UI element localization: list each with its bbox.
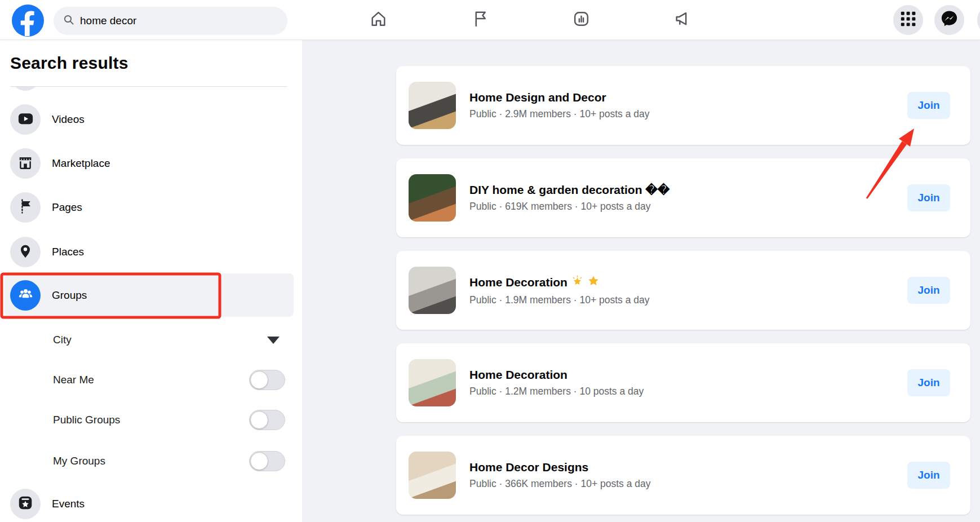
sidebar-filter-label: Pages	[52, 201, 82, 214]
group-subfilter-label: Near Me	[53, 374, 94, 386]
group-title-text: Home Design and Decor	[469, 91, 606, 104]
search-bar	[54, 7, 287, 35]
nav-tab-home[interactable]	[342, 0, 415, 40]
sidebar-filter-label: Groups	[52, 289, 87, 302]
sidebar-item-marketplace[interactable]: Marketplace	[0, 141, 302, 185]
megaphone-icon	[673, 10, 692, 30]
location-pin-icon	[17, 242, 34, 262]
nav-tab-megaphone[interactable]	[646, 0, 719, 40]
nav-tabs	[342, 0, 719, 40]
group-title[interactable]: DIY home & garden decoration ��	[469, 183, 907, 197]
apps-grid-icon	[900, 11, 916, 29]
glowing-star-emoji	[571, 275, 583, 290]
page-title: Search results	[10, 54, 128, 73]
group-title-text: Home Decor Designs	[469, 461, 588, 474]
group-meta: Public · 619K members · 10+ posts a day	[469, 201, 907, 213]
search-filters-sidebar: Search results Videos Marketplace Pages …	[0, 40, 302, 522]
toggle-knob	[250, 371, 268, 389]
pages-flag-icon	[471, 10, 489, 30]
group-meta: Public · 2.9M members · 10+ posts a day	[469, 108, 907, 120]
group-subfilter-label: City	[53, 334, 72, 346]
star-emoji	[587, 275, 600, 290]
toggle-knob	[250, 452, 268, 470]
bar-chart-square-icon	[572, 10, 591, 30]
public-groups-toggle[interactable]	[249, 410, 285, 430]
join-button[interactable]: Join	[907, 277, 950, 304]
storefront-icon-circle	[10, 148, 41, 179]
group-result-card[interactable]: Home Decoration Public · 1.2M members · …	[396, 343, 970, 422]
group-title-text: DIY home & garden decoration ��	[469, 183, 669, 197]
join-button[interactable]: Join	[907, 184, 950, 211]
join-button[interactable]: Join	[907, 92, 950, 119]
sidebar-filter-label: Marketplace	[52, 157, 110, 170]
group-meta: Public · 366K members · 10+ posts a day	[469, 478, 907, 490]
search-icon	[63, 14, 74, 28]
star-calendar-icon	[17, 494, 34, 514]
sidebar-item-places[interactable]: Places	[0, 230, 302, 274]
toggle-knob	[250, 411, 268, 429]
group-result-card[interactable]: DIY home & garden decoration �� Public ·…	[396, 158, 970, 237]
divider	[10, 86, 287, 87]
join-button[interactable]: Join	[907, 369, 950, 396]
group-title-text: Home Decoration	[469, 276, 567, 289]
video-play-icon-circle	[10, 104, 41, 135]
people-icon	[17, 285, 34, 305]
messenger-button[interactable]	[934, 5, 964, 35]
near-me-toggle[interactable]	[249, 370, 285, 390]
top-navigation-bar	[0, 0, 980, 40]
group-title[interactable]: Home Design and Decor	[469, 91, 907, 104]
group-meta: Public · 1.2M members · 10 posts a day	[469, 386, 907, 397]
subfilter-near-me: Near Me	[0, 360, 302, 400]
flag-icon-circle	[10, 192, 41, 223]
sidebar-item-videos[interactable]: Videos	[0, 98, 302, 141]
my-groups-toggle[interactable]	[249, 451, 285, 471]
nav-tab-bar-chart-square[interactable]	[544, 0, 618, 40]
sidebar-item-pages[interactable]: Pages	[0, 185, 302, 229]
group-thumbnail[interactable]	[409, 174, 456, 222]
group-result-card[interactable]: Home Decor Designs Public · 366K members…	[396, 436, 970, 515]
sidebar-filter-label: Events	[52, 498, 85, 510]
home-icon	[369, 10, 388, 30]
nav-tab-pages-flag[interactable]	[443, 0, 516, 40]
chevron-down-icon[interactable]	[267, 337, 280, 344]
group-title[interactable]: Home Decoration	[469, 275, 907, 290]
group-subfilter-label: My Groups	[53, 455, 105, 467]
group-title[interactable]: Home Decor Designs	[469, 461, 907, 474]
group-meta: Public · 1.9M members · 10+ posts a day	[469, 294, 907, 306]
group-result-card[interactable]: Home Design and Decor Public · 2.9M memb…	[396, 66, 970, 145]
sidebar-filter-label: Places	[52, 246, 84, 258]
group-thumbnail[interactable]	[409, 359, 456, 406]
facebook-logo[interactable]	[12, 5, 44, 37]
group-result-card[interactable]: Home Decoration Public · 1.9M members · …	[396, 251, 970, 330]
group-results-list: Home Design and Decor Public · 2.9M memb…	[396, 40, 970, 522]
group-title-text: Home Decoration	[469, 368, 567, 382]
messenger-icon	[939, 9, 959, 31]
cut-off-profile-button[interactable]	[977, 5, 980, 35]
sidebar-filter-label: Videos	[52, 113, 85, 126]
group-title[interactable]: Home Decoration	[469, 368, 907, 382]
facebook-search-page: Search results Videos Marketplace Pages …	[0, 0, 980, 522]
flag-icon	[17, 198, 34, 217]
group-thumbnail[interactable]	[409, 82, 456, 129]
star-calendar-icon-circle	[10, 489, 41, 519]
sidebar-item-groups[interactable]: Groups	[5, 273, 294, 317]
search-input[interactable]	[80, 15, 266, 27]
group-thumbnail[interactable]	[409, 267, 456, 314]
sidebar-item-events[interactable]: Events	[0, 482, 302, 522]
group-subfilter-label: Public Groups	[53, 414, 120, 426]
subfilter-public-groups: Public Groups	[0, 400, 302, 440]
subfilter-city: City	[0, 320, 302, 360]
location-pin-icon-circle	[10, 237, 41, 267]
apps-grid-button[interactable]	[893, 5, 923, 35]
people-icon-circle	[10, 280, 41, 311]
storefront-icon	[17, 154, 34, 173]
sidebar-header: Search results	[0, 40, 302, 86]
join-button[interactable]: Join	[907, 462, 950, 489]
video-play-icon	[17, 110, 34, 130]
subfilter-my-groups: My Groups	[0, 441, 302, 481]
group-thumbnail[interactable]	[409, 452, 456, 499]
